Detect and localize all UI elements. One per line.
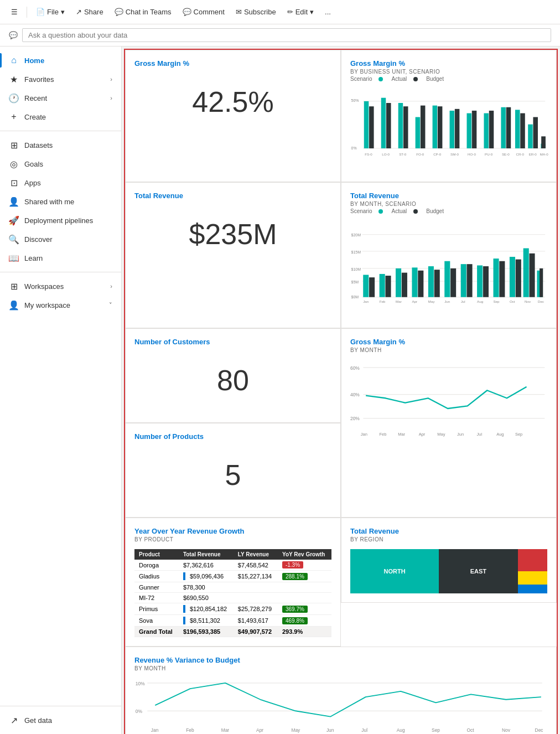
gross-margin-value: 42.5% [134, 69, 331, 135]
comment-button[interactable]: 💬 Comment [178, 6, 229, 18]
svg-rect-7 [386, 103, 391, 148]
svg-text:Jan: Jan [361, 432, 367, 437]
svg-rect-8 [398, 103, 403, 148]
file-icon: 📄 [36, 8, 45, 16]
cell-product: Doroga [134, 560, 179, 571]
qa-input[interactable] [22, 28, 551, 42]
cell-yoy-growth [278, 593, 331, 603]
edit-icon: ✏ [287, 8, 293, 16]
svg-text:Jun: Jun [444, 299, 450, 303]
svg-text:0%: 0% [136, 709, 143, 714]
favorites-icon: ★ [9, 74, 19, 84]
sidebar-item-create-label: Create [24, 113, 46, 121]
revenue-variance-title: Revenue % Variance to Budget [134, 656, 547, 664]
chevron-right-icon-2: › [110, 95, 112, 101]
sidebar-bottom: ↗ Get data [0, 706, 121, 730]
tile-gross-margin-month: Gross Margin % BY MONTH 60% 40% 20% Jan [341, 328, 557, 518]
my-workspace-icon: 👤 [9, 300, 19, 310]
sidebar-item-goals[interactable]: ◎ Goals [0, 154, 121, 173]
svg-rect-71 [529, 254, 535, 297]
svg-rect-50 [363, 275, 369, 297]
goals-icon: ◎ [9, 159, 19, 169]
num-customers-value: 80 [134, 347, 331, 413]
gross-margin-bu-chart: 50% 0% [350, 84, 547, 173]
cell-total-revenue: $196,593,385 [179, 627, 234, 637]
gross-margin-month-svg: 60% 40% 20% Jan Feb Mar Apr May [350, 358, 547, 443]
svg-text:MA-0: MA-0 [540, 152, 548, 156]
sidebar-item-learn[interactable]: 📖 Learn [0, 249, 121, 267]
svg-text:Mar: Mar [221, 727, 230, 733]
file-button[interactable]: 📄 File ▾ [32, 6, 69, 18]
cell-product: Grand Total [134, 627, 179, 637]
table-row: Gladius$59,096,436$15,227,134288.1% [134, 571, 331, 582]
sidebar-item-recent[interactable]: 🕐 Recent › [0, 89, 121, 107]
cell-ly-revenue: $15,227,134 [234, 571, 278, 582]
svg-rect-63 [467, 264, 473, 297]
svg-rect-10 [416, 117, 421, 148]
sidebar-item-apps[interactable]: ⊡ Apps [0, 173, 121, 192]
svg-text:$0M: $0M [351, 295, 359, 299]
sidebar-item-my-workspace-label: My workspace [24, 301, 70, 309]
svg-rect-65 [483, 266, 489, 297]
svg-rect-27 [541, 136, 546, 148]
tile-revenue-variance: Revenue % Variance to Budget BY MONTH 10… [125, 647, 557, 734]
gross-margin-value-title: Gross Margin % [134, 59, 331, 68]
yoy-revenue-title: Year Over Year Revenue Growth [134, 527, 331, 535]
sidebar-item-home[interactable]: ⌂ Home [0, 51, 121, 70]
svg-text:PU-0: PU-0 [485, 152, 493, 156]
total-revenue-region-subtitle: BY REGION [350, 536, 547, 542]
sidebar-item-get-data-label: Get data [24, 716, 52, 725]
cell-yoy-growth [278, 582, 331, 593]
sidebar-item-favorites[interactable]: ★ Favorites › [0, 70, 121, 89]
region-east: EAST [439, 549, 517, 593]
actual-legend-label: Actual [391, 76, 407, 82]
sidebar-item-shared[interactable]: 👤 Shared with me [0, 192, 121, 211]
chevron-right-icon-3: › [110, 283, 112, 290]
subscribe-button[interactable]: ✉ Subscribe [231, 6, 281, 18]
svg-text:Jun: Jun [457, 432, 464, 437]
svg-text:$15M: $15M [351, 250, 361, 254]
total-revenue-value-title: Total Revenue [134, 192, 331, 200]
deployment-icon: 🚀 [9, 215, 19, 225]
sidebar-item-discover[interactable]: 🔍 Discover [0, 230, 121, 249]
sidebar-item-create[interactable]: + Create [0, 107, 121, 126]
more-button[interactable]: ... [320, 6, 335, 18]
revenue-variance-svg: 10% 0% Jan Feb Mar Apr May Jun Jul [134, 674, 547, 734]
tile-total-revenue-month: Total Revenue BY MONTH, SCENARIO Scenari… [341, 182, 557, 328]
col-product: Product [134, 549, 179, 560]
sidebar-item-workspaces[interactable]: ⊞ Workspaces › [0, 277, 121, 296]
svg-rect-60 [444, 261, 450, 297]
table-row: Doroga$7,362,616$7,458,542-1.3% [134, 560, 331, 571]
svg-rect-57 [418, 271, 423, 297]
chat-label: Chat in Teams [126, 8, 172, 16]
gross-margin-bu-legend: Scenario Actual Budget [350, 76, 547, 82]
hamburger-button[interactable]: ☰ [7, 6, 22, 18]
svg-rect-11 [421, 106, 426, 148]
share-button[interactable]: ↗ Share [71, 6, 108, 18]
svg-rect-15 [455, 109, 460, 148]
cell-yoy-growth: 293.9% [278, 627, 331, 637]
table-row: Sova$8,511,302$1,493,617469.8% [134, 615, 331, 627]
cell-ly-revenue [234, 582, 278, 593]
sidebar-item-datasets[interactable]: ⊞ Datasets [0, 136, 121, 154]
scenario-label: Scenario [350, 76, 372, 82]
comment-icon: 💬 [183, 8, 191, 16]
sidebar-item-get-data[interactable]: ↗ Get data [0, 711, 121, 730]
edit-button[interactable]: ✏ Edit ▾ [283, 6, 318, 18]
discover-icon: 🔍 [9, 234, 19, 244]
actual-legend-dot [378, 77, 383, 81]
region-north-label: NORTH [384, 568, 406, 575]
svg-rect-19 [489, 111, 494, 148]
tile-num-customers: Number of Customers 80 [125, 328, 341, 423]
table-row: Grand Total$196,593,385$49,907,572293.9% [134, 627, 331, 637]
dashboard: Gross Margin % 42.5% Gross Margin % BY B… [122, 46, 560, 734]
chat-teams-button[interactable]: 💬 Chat in Teams [110, 6, 176, 18]
sidebar-item-deployment[interactable]: 🚀 Deployment pipelines [0, 211, 121, 230]
toolbar: ☰ 📄 File ▾ ↗ Share 💬 Chat in Teams 💬 Com… [0, 0, 560, 24]
svg-text:Jun: Jun [326, 727, 334, 733]
cell-product: Primus [134, 603, 179, 615]
svg-text:Jul: Jul [461, 299, 465, 303]
svg-rect-58 [428, 266, 434, 297]
sidebar-item-my-workspace[interactable]: 👤 My workspace ˅ [0, 296, 121, 314]
cell-total-revenue: $120,854,182 [179, 603, 234, 615]
